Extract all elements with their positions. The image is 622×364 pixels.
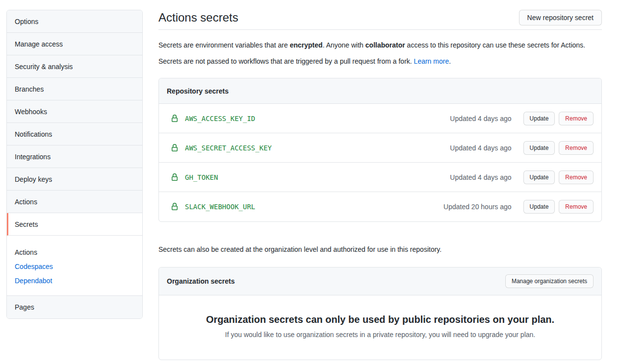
sidebar-item-webhooks[interactable]: Webhooks	[7, 100, 142, 123]
learn-more-link[interactable]: Learn more	[414, 57, 449, 65]
sidebar-item-label: Notifications	[15, 130, 52, 138]
sidebar-item-notifications[interactable]: Notifications	[7, 123, 142, 146]
remove-secret-button[interactable]: Remove	[559, 112, 594, 125]
submenu-item-dependabot[interactable]: Dependabot	[15, 276, 134, 286]
update-secret-button[interactable]: Update	[523, 170, 555, 184]
manage-organization-secrets-button[interactable]: Manage organization secrets	[505, 274, 594, 288]
repository-secrets-header: Repository secrets	[159, 78, 601, 104]
organization-secrets-title: Organization secrets	[167, 277, 235, 285]
sidebar-item-label: Secrets	[15, 220, 38, 228]
new-repository-secret-button[interactable]: New repository secret	[519, 10, 602, 25]
submenu-item-actions[interactable]: Actions	[15, 247, 134, 257]
organization-secrets-header: Organization secrets Manage organization…	[159, 267, 601, 295]
organization-secrets-box: Organization secrets Manage organization…	[158, 267, 602, 360]
sidebar-item-options[interactable]: Options	[7, 10, 142, 33]
secret-updated: Updated 4 days ago	[450, 144, 511, 152]
sidebar-item-security-analysis[interactable]: Security & analysis	[7, 55, 142, 78]
sidebar-item-label: Options	[15, 18, 38, 25]
update-secret-button[interactable]: Update	[523, 141, 555, 155]
remove-secret-button[interactable]: Remove	[559, 141, 594, 155]
remove-secret-button[interactable]: Remove	[559, 200, 594, 214]
secrets-submenu: Actions Codespaces Dependabot	[7, 236, 142, 296]
sidebar-item-secrets[interactable]: Secrets	[7, 213, 142, 236]
settings-layout: Options Manage access Security & analysi…	[0, 0, 622, 360]
sidebar-item-pages[interactable]: Pages	[7, 296, 142, 318]
update-secret-button[interactable]: Update	[523, 200, 555, 214]
repository-secrets-title: Repository secrets	[167, 87, 229, 95]
description-line-1: Secrets are environment variables that a…	[158, 40, 602, 50]
blankslate-heading: Organization secrets can only be used by…	[179, 314, 582, 325]
secret-name[interactable]: SLACK_WEBHOOK_URL	[185, 203, 443, 211]
submenu-item-codespaces[interactable]: Codespaces	[15, 262, 134, 271]
remove-secret-button[interactable]: Remove	[559, 170, 594, 184]
sidebar-item-label: Actions	[15, 198, 37, 206]
secret-row: AWS_SECRET_ACCESS_KEY Updated 4 days ago…	[159, 133, 601, 163]
secret-updated: Updated 4 days ago	[450, 115, 511, 122]
sidebar-item-label: Webhooks	[15, 108, 47, 116]
sidebar-item-actions[interactable]: Actions	[7, 191, 142, 213]
settings-sidebar: Options Manage access Security & analysi…	[6, 10, 143, 319]
secrets-description: Secrets are environment variables that a…	[158, 40, 602, 67]
organization-secrets-blankslate: Organization secrets can only be used by…	[159, 295, 601, 360]
secret-row: AWS_ACCESS_KEY_ID Updated 4 days ago Upd…	[159, 104, 601, 133]
sidebar-item-label: Branches	[15, 85, 44, 93]
blankslate-subtext: If you would like to use organization se…	[179, 330, 582, 340]
encrypted-emphasis: encrypted	[290, 41, 323, 49]
sidebar-item-label: Manage access	[15, 40, 63, 48]
description-line-2: Secrets are not passed to workflows that…	[158, 56, 602, 67]
secret-name[interactable]: AWS_SECRET_ACCESS_KEY	[185, 144, 450, 152]
lock-icon	[171, 173, 179, 181]
secret-row: SLACK_WEBHOOK_URL Updated 20 hours ago U…	[159, 192, 601, 221]
main-content: Actions secrets New repository secret Se…	[158, 10, 602, 360]
sidebar-item-label: Security & analysis	[15, 63, 73, 71]
lock-icon	[171, 115, 179, 122]
sidebar-item-manage-access[interactable]: Manage access	[7, 33, 142, 55]
lock-icon	[171, 144, 179, 152]
update-secret-button[interactable]: Update	[523, 112, 555, 125]
secret-updated: Updated 4 days ago	[450, 173, 511, 181]
repository-secrets-box: Repository secrets AWS_ACCESS_KEY_ID Upd…	[158, 78, 602, 222]
secret-row: GH_TOKEN Updated 4 days ago Update Remov…	[159, 163, 601, 192]
secret-updated: Updated 20 hours ago	[443, 203, 512, 211]
sidebar-item-label: Integrations	[15, 153, 51, 161]
organization-note: Secrets can also be created at the organ…	[158, 244, 602, 255]
sidebar-item-deploy-keys[interactable]: Deploy keys	[7, 168, 142, 191]
sidebar-item-branches[interactable]: Branches	[7, 78, 142, 100]
secret-name[interactable]: GH_TOKEN	[185, 173, 450, 181]
page-header: Actions secrets New repository secret	[158, 10, 602, 30]
sidebar-item-label: Pages	[15, 303, 34, 311]
page-title: Actions secrets	[158, 11, 238, 24]
sidebar-item-integrations[interactable]: Integrations	[7, 146, 142, 168]
collaborator-emphasis: collaborator	[365, 41, 405, 49]
sidebar-item-label: Deploy keys	[15, 175, 52, 183]
secret-name[interactable]: AWS_ACCESS_KEY_ID	[185, 115, 450, 122]
lock-icon	[171, 203, 179, 211]
